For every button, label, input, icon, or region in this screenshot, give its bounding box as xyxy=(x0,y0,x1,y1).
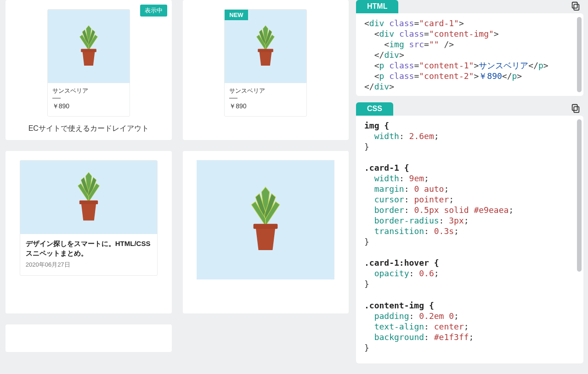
css-tab: CSS xyxy=(356,102,393,116)
plant-icon xyxy=(73,23,105,69)
divider xyxy=(52,98,61,99)
css-code-panel: CSS img { width: 2.6em; } .card-1 { widt… xyxy=(356,102,583,363)
blog-card: デザイン探しをスマートに。HTML/CSSスニペットまとめ。 2020年06月2… xyxy=(20,160,158,276)
example-tile-blog-card[interactable]: デザイン探しをスマートに。HTML/CSSスニペットまとめ。 2020年06月2… xyxy=(6,151,172,313)
copy-html-button[interactable] xyxy=(571,1,581,11)
example-tile-ec-card-new[interactable]: NEW サンスベリア ￥890 xyxy=(183,0,349,140)
blog-card-title: デザイン探しをスマートに。HTML/CSSスニペットまとめ。 xyxy=(26,239,152,258)
html-code-panel: HTML <div class="card-1"> <div class="co… xyxy=(356,0,583,96)
blog-card-date: 2020年06月27日 xyxy=(26,261,152,269)
showing-badge: 表示中 xyxy=(140,5,167,17)
ec-card-name: サンスベリア xyxy=(229,87,302,95)
ec-card: サンスベリア ￥890 xyxy=(47,9,130,117)
scrollbar-thumb[interactable] xyxy=(577,119,582,272)
copy-css-button[interactable] xyxy=(571,103,581,113)
plant-icon xyxy=(249,23,282,69)
divider xyxy=(229,98,237,99)
plant-icon xyxy=(240,183,291,257)
ec-card-price: ￥890 xyxy=(52,102,125,111)
html-code: <div class="card-1"> <div class="content… xyxy=(356,13,583,97)
ec-card-image xyxy=(48,10,130,83)
ec-card: NEW サンスベリア ￥890 xyxy=(224,9,307,117)
css-code: img { width: 2.6em; } .card-1 { width: 9… xyxy=(356,116,583,358)
large-image-card xyxy=(197,160,334,279)
new-ribbon: NEW xyxy=(225,10,248,20)
example-tile-image-card[interactable] xyxy=(183,151,349,313)
ec-card-image: NEW xyxy=(225,10,306,83)
copy-icon xyxy=(571,1,581,11)
ec-card-price: ￥890 xyxy=(229,102,302,111)
ec-card-name: サンスベリア xyxy=(52,87,125,95)
scrollbar-thumb[interactable] xyxy=(577,17,582,92)
plant-icon xyxy=(69,170,108,224)
example-tile-partial[interactable] xyxy=(6,324,172,352)
copy-icon xyxy=(571,103,581,113)
tile-caption: ECサイトで使えるカードレイアウト xyxy=(28,124,149,134)
example-tile-ec-card[interactable]: 表示中 サンスベリア ￥890 ECサイトで使えるカードレイアウト xyxy=(6,0,172,140)
blog-card-image xyxy=(20,161,157,234)
html-tab: HTML xyxy=(356,0,398,13)
